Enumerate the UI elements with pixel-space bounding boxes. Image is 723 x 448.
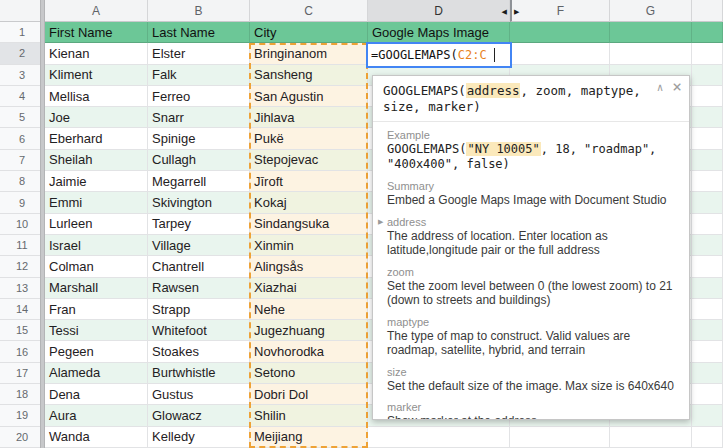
- cell-city[interactable]: Sindangsuka: [250, 214, 368, 235]
- cell-last-name[interactable]: Strapp: [148, 299, 250, 320]
- cell-first-name[interactable]: Joe: [45, 107, 148, 128]
- cell-last-name[interactable]: Ferreo: [148, 86, 250, 107]
- cell-city[interactable]: Alingsås: [250, 256, 368, 277]
- cell-empty-h[interactable]: [692, 192, 723, 213]
- row-number[interactable]: 11: [0, 235, 45, 256]
- cell-last-name[interactable]: Whitefoot: [148, 320, 250, 341]
- cell-empty-h[interactable]: [692, 363, 723, 384]
- cell-empty-h[interactable]: [692, 43, 723, 64]
- hidden-column-expand-right-icon[interactable]: ▶: [514, 7, 519, 14]
- cell-city[interactable]: Pukë: [250, 128, 368, 149]
- cell-last-name[interactable]: Falk: [148, 65, 250, 86]
- row-number[interactable]: 13: [0, 278, 45, 299]
- cell-first-name[interactable]: First Name: [45, 22, 148, 43]
- column-header-g[interactable]: G: [610, 0, 692, 22]
- cell-city[interactable]: Jugezhuang: [250, 320, 368, 341]
- cell-empty-h[interactable]: [692, 256, 723, 277]
- cell-empty-f[interactable]: [510, 427, 610, 448]
- cell-city[interactable]: Stepojevac: [250, 150, 368, 171]
- formula-edit-cell[interactable]: =GOOGLEMAPS(C2:C: [366, 42, 512, 68]
- column-header-b[interactable]: B: [148, 0, 250, 22]
- collapse-icon[interactable]: ∧: [657, 82, 664, 93]
- cell-empty-h[interactable]: [692, 171, 723, 192]
- cell-first-name[interactable]: Israel: [45, 235, 148, 256]
- cell-empty-h[interactable]: [692, 214, 723, 235]
- cell-last-name[interactable]: Cullagh: [148, 150, 250, 171]
- cell-city[interactable]: Meijiang: [250, 427, 368, 448]
- cell-empty-h[interactable]: [692, 384, 723, 405]
- row-number[interactable]: 2: [0, 43, 45, 64]
- cell-city[interactable]: Bringinanom: [250, 43, 368, 64]
- cell-first-name[interactable]: Colman: [45, 256, 148, 277]
- cell-empty-h[interactable]: [692, 65, 723, 86]
- cell-empty-h[interactable]: [692, 278, 723, 299]
- cell-first-name[interactable]: Pegeen: [45, 341, 148, 362]
- cell-first-name[interactable]: Fran: [45, 299, 148, 320]
- row-number[interactable]: 14: [0, 299, 45, 320]
- cell-first-name[interactable]: Dena: [45, 384, 148, 405]
- cell-city[interactable]: Xinmin: [250, 235, 368, 256]
- row-number[interactable]: 5: [0, 107, 45, 128]
- cell-last-name[interactable]: Kelledy: [148, 427, 250, 448]
- cell-first-name[interactable]: Eberhard: [45, 128, 148, 149]
- cell-city[interactable]: Kokaj: [250, 192, 368, 213]
- cell-last-name[interactable]: Stoakes: [148, 341, 250, 362]
- cell-city[interactable]: San Agustin: [250, 86, 368, 107]
- cell-empty-h[interactable]: [692, 150, 723, 171]
- cell-last-name[interactable]: Megarrell: [148, 171, 250, 192]
- cell-empty-h[interactable]: [692, 107, 723, 128]
- row-number[interactable]: 17: [0, 363, 45, 384]
- cell-city[interactable]: Jīroft: [250, 171, 368, 192]
- cell-empty-h[interactable]: [692, 22, 723, 43]
- cell-first-name[interactable]: Wanda: [45, 427, 148, 448]
- hidden-column-expand-left-icon[interactable]: ◀: [502, 7, 507, 14]
- cell-last-name[interactable]: Skivington: [148, 192, 250, 213]
- pane-divider[interactable]: [40, 0, 45, 448]
- column-header-d[interactable]: D ◀: [368, 0, 510, 22]
- cell-last-name[interactable]: Tarpey: [148, 214, 250, 235]
- select-all-corner[interactable]: [0, 0, 45, 22]
- cell-last-name[interactable]: Rawsen: [148, 278, 250, 299]
- row-number[interactable]: 7: [0, 150, 45, 171]
- cell-last-name[interactable]: Village: [148, 235, 250, 256]
- cell-first-name[interactable]: Mellisa: [45, 86, 148, 107]
- cell-city[interactable]: Jihlava: [250, 107, 368, 128]
- cell-city[interactable]: City: [250, 22, 368, 43]
- cell-first-name[interactable]: Kliment: [45, 65, 148, 86]
- parameter-expand-icon[interactable]: ▶: [378, 218, 383, 225]
- cell-last-name[interactable]: Elster: [148, 43, 250, 64]
- row-number[interactable]: 18: [0, 384, 45, 405]
- row-number[interactable]: 15: [0, 320, 45, 341]
- cell-empty-h[interactable]: [692, 235, 723, 256]
- cell-empty-h[interactable]: [692, 128, 723, 149]
- cell-maps-image[interactable]: [368, 427, 510, 448]
- cell-first-name[interactable]: Kienan: [45, 43, 148, 64]
- cell-city[interactable]: Dobri Dol: [250, 384, 368, 405]
- cell-city[interactable]: Xiazhai: [250, 278, 368, 299]
- row-number[interactable]: 20: [0, 427, 45, 448]
- column-header-h[interactable]: [692, 0, 723, 22]
- cell-city[interactable]: Nehe: [250, 299, 368, 320]
- cell-maps-image[interactable]: Google Maps Image: [368, 22, 510, 43]
- column-header-f[interactable]: ▶ F: [510, 0, 610, 22]
- row-number[interactable]: 16: [0, 341, 45, 362]
- row-number[interactable]: 4: [0, 86, 45, 107]
- cell-first-name[interactable]: Tessi: [45, 320, 148, 341]
- cell-first-name[interactable]: Alameda: [45, 363, 148, 384]
- cell-last-name[interactable]: Gustus: [148, 384, 250, 405]
- cell-city[interactable]: Setono: [250, 363, 368, 384]
- cell-empty-h[interactable]: [692, 405, 723, 426]
- cell-empty-g[interactable]: [610, 427, 692, 448]
- cell-empty-h[interactable]: [692, 299, 723, 320]
- cell-empty-h[interactable]: [692, 427, 723, 448]
- column-header-a[interactable]: A: [45, 0, 148, 22]
- cell-empty-h[interactable]: [692, 86, 723, 107]
- cell-city[interactable]: Novhorodka: [250, 341, 368, 362]
- cell-empty-f[interactable]: [510, 22, 610, 43]
- cell-city[interactable]: Shilin: [250, 405, 368, 426]
- cell-empty-f[interactable]: [510, 43, 610, 64]
- cell-first-name[interactable]: Jaimie: [45, 171, 148, 192]
- cell-first-name[interactable]: Sheilah: [45, 150, 148, 171]
- cell-last-name[interactable]: Last Name: [148, 22, 250, 43]
- row-number[interactable]: 9: [0, 192, 45, 213]
